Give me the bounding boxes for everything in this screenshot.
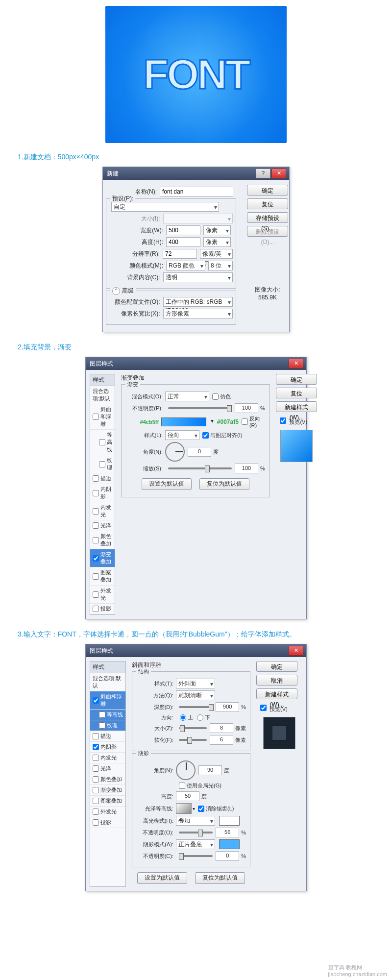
ls1-styles-head[interactable]: 样式 bbox=[90, 374, 115, 386]
ls2-ok[interactable]: 确定 bbox=[256, 661, 297, 672]
aspect-select[interactable]: 方形像素 bbox=[163, 309, 233, 318]
ls2-close[interactable]: ✕ bbox=[289, 646, 303, 656]
ls1-style-select[interactable]: 径向 bbox=[165, 430, 199, 440]
name-input[interactable] bbox=[160, 187, 233, 196]
ls2-style-select[interactable]: 外斜面 bbox=[176, 679, 215, 688]
ls1-scale-val[interactable]: 100 bbox=[235, 464, 258, 473]
ls2-tech-select[interactable]: 雕刻清晰 bbox=[176, 690, 215, 700]
ls2-item-coloroverlay[interactable]: 颜色叠加 bbox=[90, 774, 125, 785]
height-input[interactable] bbox=[166, 237, 200, 247]
ls2-hlcolor[interactable] bbox=[219, 816, 240, 826]
ls2-shop-slider[interactable] bbox=[179, 855, 213, 857]
ls1-reset-default[interactable]: 复位为默认值 bbox=[199, 478, 249, 490]
ls2-antialias-cb[interactable] bbox=[198, 806, 204, 812]
ls2-preview-cb[interactable] bbox=[260, 705, 267, 711]
ls2-cancel[interactable]: 取消 bbox=[256, 675, 297, 686]
ls1-item-stroke[interactable]: 描边 bbox=[90, 473, 115, 484]
ls2-blend-head[interactable]: 混合选项:默认 bbox=[90, 673, 125, 691]
ls2-dir-down[interactable] bbox=[197, 714, 203, 721]
ls1-item-patoverlay[interactable]: 图案叠加 bbox=[90, 567, 115, 586]
ls2-size-val[interactable]: 8 bbox=[210, 723, 233, 733]
ls1-preview-cb[interactable] bbox=[280, 417, 286, 424]
ls2-soften-slider[interactable] bbox=[179, 739, 207, 741]
ls1-item-bevel[interactable]: 斜面和浮雕 bbox=[90, 404, 115, 430]
ls1-opacity-slider[interactable] bbox=[168, 407, 232, 409]
res-unit[interactable]: 像素/英寸 bbox=[200, 249, 233, 259]
height-unit[interactable]: 像素 bbox=[203, 237, 231, 247]
ls1-close[interactable]: ✕ bbox=[289, 359, 303, 368]
ls2-item-dropshadow[interactable]: 投影 bbox=[90, 817, 125, 828]
ls1-grad-edit[interactable] bbox=[161, 417, 206, 426]
ls2-global-cb[interactable] bbox=[179, 783, 185, 789]
ls2-size-slider[interactable] bbox=[179, 727, 207, 729]
preset-select[interactable]: 自定 bbox=[111, 202, 219, 212]
ls1-blend-select[interactable]: 正常 bbox=[165, 392, 209, 401]
ls1-dither-cb[interactable] bbox=[212, 393, 219, 400]
ls1-blend-head[interactable]: 混合选项:默认 bbox=[90, 386, 115, 404]
ls2-item-outerglow[interactable]: 外发光 bbox=[90, 807, 125, 817]
lab-bg: 背景内容(C): bbox=[109, 273, 163, 282]
help-btn[interactable]: ? bbox=[256, 169, 270, 178]
ls2-alt-val[interactable]: 50 bbox=[176, 791, 199, 801]
ls1-angle-val[interactable]: 0 bbox=[188, 447, 211, 457]
ls1-angle-dial[interactable] bbox=[165, 442, 185, 462]
save-preset-button[interactable]: 存储预设(S)... bbox=[247, 212, 288, 223]
ls2-new-style[interactable]: 新建样式(W)... bbox=[256, 688, 297, 699]
ls2-dir-up[interactable] bbox=[180, 714, 186, 721]
mode-select[interactable]: RGB 颜色 bbox=[166, 261, 205, 270]
ls1-ok[interactable]: 确定 bbox=[276, 374, 317, 385]
ls2-item-patoverlay[interactable]: 图案叠加 bbox=[90, 796, 125, 807]
ls2-styles-head[interactable]: 样式 bbox=[90, 662, 125, 673]
ls1-set-default[interactable]: 设置为默认值 bbox=[142, 478, 192, 490]
profile-select[interactable]: 工作中的 RGB: sRGB IEC6196... bbox=[163, 297, 233, 307]
ls2-gloss-contour[interactable] bbox=[176, 803, 192, 814]
ls1-item-innershadow[interactable]: 内阴影 bbox=[90, 484, 115, 502]
ls2-item-gradoverlay[interactable]: 渐变叠加 bbox=[90, 785, 125, 796]
ls2-angle-dial[interactable] bbox=[176, 760, 196, 780]
ls1-reverse-cb[interactable] bbox=[242, 418, 248, 425]
bg-select[interactable]: 透明 bbox=[163, 272, 233, 282]
ls2-angle-val[interactable]: 90 bbox=[198, 765, 222, 775]
ls1-new-style[interactable]: 新建样式(W)... bbox=[276, 401, 317, 412]
ls2-item-satin[interactable]: 光泽 bbox=[90, 763, 125, 774]
ls2-lab-soften: 软化(F): bbox=[136, 736, 176, 744]
ls2-shcolor[interactable] bbox=[219, 839, 240, 849]
ls1-item-innerglow[interactable]: 内发光 bbox=[90, 502, 115, 520]
ls1-item-dropshadow[interactable]: 投影 bbox=[90, 604, 115, 614]
ls2-item-texture[interactable]: 纹理 bbox=[90, 720, 125, 731]
adv-toggle-icon[interactable]: ⌃ bbox=[112, 287, 120, 295]
ls1-opacity-val[interactable]: 100 bbox=[235, 403, 258, 413]
res-input[interactable] bbox=[163, 249, 197, 259]
ls2-item-contour[interactable]: 等高线 bbox=[90, 710, 125, 720]
ls2-item-bevel[interactable]: 斜面和浮雕 bbox=[90, 691, 125, 710]
ls1-item-gradoverlay[interactable]: 渐变叠加 bbox=[90, 549, 115, 567]
ls1-item-satin[interactable]: 光泽 bbox=[90, 520, 115, 531]
size-info-value: 585.9K bbox=[247, 294, 288, 301]
ls2-shmode-select[interactable]: 正片叠底 bbox=[176, 839, 215, 849]
ls1-item-outerglow[interactable]: 外发光 bbox=[90, 586, 115, 604]
bits-select[interactable]: 8 位 bbox=[208, 261, 233, 270]
ls2-depth-slider[interactable] bbox=[179, 706, 213, 708]
ls1-align-cb[interactable] bbox=[202, 432, 209, 439]
ls2-soften-val[interactable]: 6 bbox=[210, 735, 233, 745]
ls2-shop-val[interactable]: 0 bbox=[216, 851, 239, 861]
ls2-item-innerglow[interactable]: 内发光 bbox=[90, 753, 125, 763]
ls1-reset[interactable]: 复位 bbox=[276, 388, 317, 398]
ls1-item-texture[interactable]: 纹理 bbox=[90, 455, 115, 473]
ls2-set-default[interactable]: 设置为默认值 bbox=[137, 872, 187, 884]
ls2-item-stroke[interactable]: 描边 bbox=[90, 731, 125, 742]
ok-button[interactable]: 确定 bbox=[247, 185, 288, 196]
close-btn[interactable]: ✕ bbox=[271, 169, 286, 178]
ls2-hlop-slider[interactable] bbox=[179, 832, 213, 833]
ls2-hlop-val[interactable]: 56 bbox=[216, 828, 239, 837]
ls1-item-coloroverlay[interactable]: 颜色叠加 bbox=[90, 531, 115, 549]
width-unit[interactable]: 像素 bbox=[203, 225, 231, 235]
ls2-hlmode-select[interactable]: 叠加 bbox=[176, 816, 215, 826]
width-input[interactable] bbox=[166, 225, 200, 235]
ls2-item-innershadow[interactable]: 内阴影 bbox=[90, 742, 125, 753]
ls2-depth-val[interactable]: 900 bbox=[216, 702, 239, 712]
ls2-reset-default[interactable]: 复位为默认值 bbox=[195, 872, 245, 884]
ls1-scale-slider[interactable] bbox=[168, 467, 232, 469]
reset-button[interactable]: 复位 bbox=[247, 198, 288, 209]
ls1-item-contour[interactable]: 等高线 bbox=[90, 430, 115, 455]
